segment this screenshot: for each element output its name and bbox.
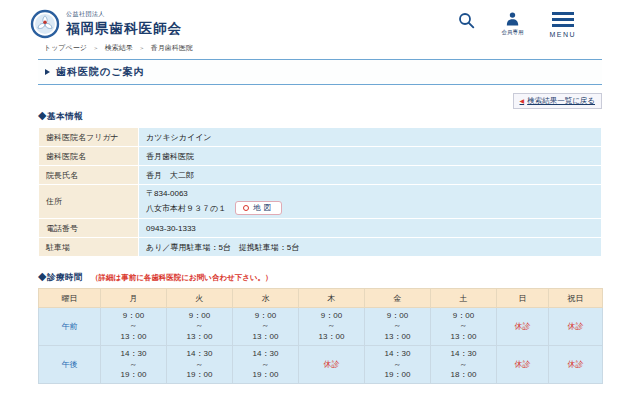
hours-cell: 9：00～13：00: [431, 308, 497, 346]
site-header: 公益社団法人 福岡県歯科医師会 会員専用 MENU: [0, 0, 640, 40]
hours-row-label: 午後: [39, 346, 101, 384]
map-button[interactable]: 地図: [235, 201, 282, 215]
hours-column-header: 曜日: [39, 289, 101, 308]
breadcrumb-separator-icon: ＞: [139, 45, 145, 51]
hours-column-header: 祝日: [549, 289, 603, 308]
hours-column-header: 火: [167, 289, 233, 308]
hours-cell: 休診: [299, 346, 365, 384]
hours-table: 曜日月火水木金土日祝日 午前9：00～13：009：00～13：009：00～1…: [38, 288, 603, 384]
back-link-row: ◀ 検索結果一覧に戻る: [38, 89, 602, 104]
page-title-bar: 歯科医院のご案内: [38, 59, 602, 85]
back-arrow-icon: ◀: [520, 97, 525, 104]
hours-column-header: 水: [233, 289, 299, 308]
table-row-address: 住所 〒834-0063 八女市本村９３７の１ 地図: [39, 185, 602, 219]
table-row-parking: 駐車場 あり／専用駐車場：5台 提携駐車場：5台: [39, 238, 602, 257]
hours-body: 午前9：00～13：009：00～13：009：00～13：009：00～13：…: [39, 308, 603, 384]
menu-label: MENU: [549, 31, 576, 38]
hours-cell: 9：00～13：00: [365, 308, 431, 346]
back-to-results-link[interactable]: ◀ 検索結果一覧に戻る: [513, 93, 602, 109]
hours-column-header: 土: [431, 289, 497, 308]
row-value: カツキシカイイン: [139, 128, 602, 147]
breadcrumb-link-search-results[interactable]: 検索結果: [105, 44, 133, 51]
members-only-button[interactable]: 会員専用: [501, 12, 523, 36]
main-content: ◆基本情報 歯科医院名フリガナ カツキシカイイン 歯科医院名 香月歯科医院 院長…: [0, 111, 640, 400]
hours-row: 午後14：30～19：0014：30～19：0014：30～19：00休診14：…: [39, 346, 603, 384]
row-label: 住所: [39, 185, 139, 219]
page-root: 公益社団法人 福岡県歯科医師会 会員専用 MENU: [0, 0, 640, 400]
hours-cell: 14：30～19：00: [365, 346, 431, 384]
hours-cell: 休診: [549, 308, 603, 346]
row-label: 駐車場: [39, 238, 139, 257]
map-button-label: 地図: [253, 203, 274, 213]
hours-cell: 14：30～19：00: [101, 346, 167, 384]
row-label: 院長氏名: [39, 166, 139, 185]
street-address: 八女市本村９３７の１: [146, 203, 226, 214]
menu-button[interactable]: MENU: [549, 12, 576, 38]
hours-cell: 9：00～13：00: [167, 308, 233, 346]
person-icon: [506, 12, 519, 26]
hours-heading: ◆診療時間: [38, 272, 83, 284]
page-title: 歯科医院のご案内: [56, 65, 144, 79]
hours-cell: 9：00～13：00: [299, 308, 365, 346]
hours-cell: 14：30～19：00: [233, 346, 299, 384]
hours-row-label: 午前: [39, 308, 101, 346]
brand-home-link[interactable]: 公益社団法人 福岡県歯科医師会: [30, 9, 182, 39]
hours-cell: 14：30～19：00: [167, 346, 233, 384]
row-value: 〒834-0063 八女市本村９３７の１ 地図: [139, 185, 602, 219]
hours-column-header: 金: [365, 289, 431, 308]
row-value: 香月歯科医院: [139, 147, 602, 166]
basic-info-table: 歯科医院名フリガナ カツキシカイイン 歯科医院名 香月歯科医院 院長氏名 香月 …: [38, 127, 602, 257]
row-label: 歯科医院名: [39, 147, 139, 166]
hours-cell: 休診: [497, 346, 549, 384]
basic-info-heading: ◆基本情報: [38, 111, 602, 123]
hours-column-header: 木: [299, 289, 365, 308]
org-logo-icon: [30, 9, 60, 39]
row-label: 歯科医院名フリガナ: [39, 128, 139, 147]
hours-cell: 休診: [549, 346, 603, 384]
hours-cell: 休診: [497, 308, 549, 346]
hours-cell: 9：00～13：00: [101, 308, 167, 346]
table-row-director-name: 院長氏名 香月 大二郎: [39, 166, 602, 185]
org-type-label: 公益社団法人: [66, 10, 182, 19]
row-value: あり／専用駐車場：5台 提携駐車場：5台: [139, 238, 602, 257]
hours-row: 午前9：00～13：009：00～13：009：00～13：009：00～13：…: [39, 308, 603, 346]
postal-code: 〒834-0063: [146, 188, 594, 199]
hamburger-icon: [552, 12, 574, 27]
table-row-phone: 電話番号 0943-30-1333: [39, 219, 602, 238]
table-row-furigana: 歯科医院名フリガナ カツキシカイイン: [39, 128, 602, 147]
header-actions: 会員専用 MENU: [458, 12, 576, 38]
hours-heading-row: ◆診療時間 （詳細は事前に各歯科医院にお問い合わせ下さい。）: [38, 272, 602, 284]
breadcrumb: トップページ ＞ 検索結果 ＞ 香月歯科医院: [0, 40, 640, 58]
hours-column-header: 日: [497, 289, 549, 308]
search-button[interactable]: [458, 12, 475, 29]
hours-header-row: 曜日月火水木金土日祝日: [39, 289, 603, 308]
breadcrumb-link-home[interactable]: トップページ: [44, 44, 87, 51]
members-only-label: 会員専用: [501, 29, 523, 36]
brand-text: 公益社団法人 福岡県歯科医師会: [66, 10, 182, 38]
hours-cell: 9：00～13：00: [233, 308, 299, 346]
hours-cell: 14：30～18：00: [431, 346, 497, 384]
hours-column-header: 月: [101, 289, 167, 308]
back-link-label: 検索結果一覧に戻る: [527, 96, 595, 106]
map-marker-icon: [243, 205, 249, 211]
breadcrumb-current-page: 香月歯科医院: [151, 44, 193, 51]
org-name: 福岡県歯科医師会: [66, 20, 182, 38]
row-value: 0943-30-1333: [139, 219, 602, 238]
search-icon: [458, 12, 475, 29]
row-label: 電話番号: [39, 219, 139, 238]
breadcrumb-separator-icon: ＞: [93, 45, 99, 51]
hours-note: （詳細は事前に各歯科医院にお問い合わせ下さい。）: [91, 273, 273, 283]
row-value: 香月 大二郎: [139, 166, 602, 185]
table-row-clinic-name: 歯科医院名 香月歯科医院: [39, 147, 602, 166]
title-arrow-icon: [45, 69, 50, 75]
